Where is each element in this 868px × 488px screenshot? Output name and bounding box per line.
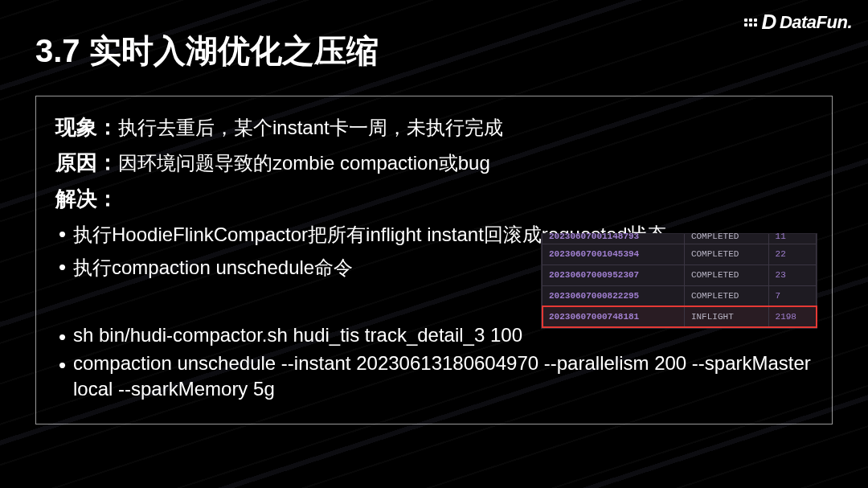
instant-status: COMPLETED	[684, 285, 768, 306]
instant-status: INFLIGHT	[684, 306, 768, 327]
cause-label: 原因：	[55, 150, 118, 174]
table-row: 20230607000748181INFLIGHT2198	[542, 306, 817, 327]
phenomenon-label: 现象：	[55, 115, 118, 139]
solution-row: 解决：	[55, 182, 813, 215]
content-box: 现象：执行去重后，某个instant卡一周，未执行完成 原因：因环境问题导致的z…	[35, 96, 833, 424]
table-row: 20230607000822295COMPLETED7	[542, 285, 817, 306]
instant-id: 20230607000952307	[542, 265, 685, 285]
slide-title: 3.7 实时入湖优化之压缩	[35, 29, 833, 73]
instant-status: COMPLETED	[684, 234, 768, 244]
command-bullets: sh bin/hudi-compactor.sh hudi_tis track_…	[55, 322, 813, 401]
cause-text: 因环境问题导致的zombie compaction或bug	[118, 152, 490, 174]
solution-label: 解决：	[55, 187, 118, 211]
instant-id: 20230607001148793	[542, 234, 685, 244]
instant-count: 11	[768, 234, 816, 244]
instant-table: 20230607001148793COMPLETED11202306070010…	[541, 233, 817, 329]
logo-text: DataFun.	[780, 12, 852, 33]
slide-content: 3.7 实时入湖优化之压缩 现象：执行去重后，某个instant卡一周，未执行完…	[0, 0, 868, 424]
instant-count: 22	[768, 244, 816, 265]
instant-count: 7	[768, 285, 816, 306]
cause-row: 原因：因环境问题导致的zombie compaction或bug	[55, 146, 813, 178]
logo-d: D	[762, 10, 776, 35]
phenomenon-text: 执行去重后，某个instant卡一周，未执行完成	[118, 117, 503, 138]
instant-id: 20230607000822295	[542, 285, 685, 306]
table-row: 20230607001045394COMPLETED22	[542, 244, 817, 265]
instant-id: 20230607001045394	[542, 244, 685, 265]
instant-status: COMPLETED	[684, 244, 768, 265]
logo-dots-icon	[744, 18, 757, 27]
brand-logo: DDataFun.	[744, 10, 852, 35]
command-bullet: compaction unschedule --instant 20230613…	[55, 351, 813, 400]
instant-id: 20230607000748181	[542, 306, 685, 327]
instant-count: 2198	[768, 306, 816, 327]
instant-count: 23	[768, 265, 816, 285]
table-row: 20230607001148793COMPLETED11	[542, 234, 817, 244]
instant-status: COMPLETED	[684, 265, 768, 285]
table-row: 20230607000952307COMPLETED23	[542, 265, 817, 285]
phenomenon-row: 现象：执行去重后，某个instant卡一周，未执行完成	[55, 111, 813, 143]
